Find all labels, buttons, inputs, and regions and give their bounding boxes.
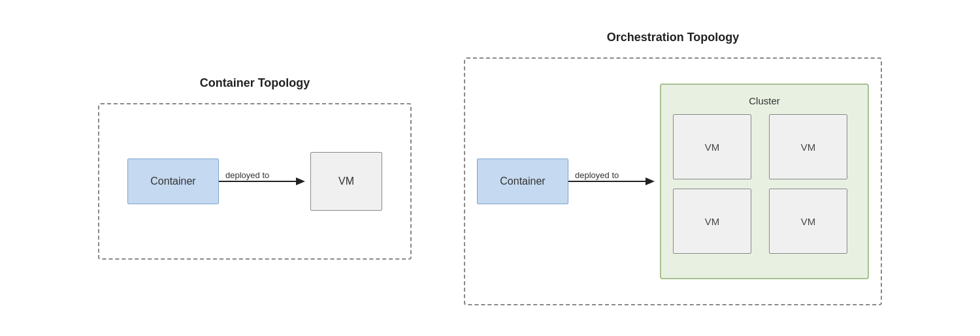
orchestration-container-node: Container (477, 159, 568, 204)
cluster-box: Cluster VM VM VM VM (660, 84, 869, 279)
svg-marker-1 (296, 177, 305, 185)
orchestration-arrow-svg: deployed to (568, 168, 660, 194)
orchestration-container-node-label: Container (500, 176, 545, 187)
container-node-label: Container (150, 176, 195, 187)
diagrams-container: Container Topology Container deployed to (0, 18, 980, 318)
cluster-vm-1: VM (673, 114, 751, 179)
arrow-line: deployed to (219, 168, 310, 194)
vm-node: VM (310, 152, 382, 211)
container-topology-title: Container Topology (200, 76, 310, 90)
cluster-vm-1-label: VM (705, 142, 720, 153)
cluster-vm-3-label: VM (705, 216, 720, 227)
cluster-vm-3: VM (673, 189, 751, 254)
vm-node-label: VM (338, 176, 354, 187)
arrow-svg: deployed to (219, 168, 310, 194)
cluster-vm-2-label: VM (801, 142, 816, 153)
container-topology-diagram: Container Topology Container deployed to (98, 76, 412, 260)
cluster-title: Cluster (673, 95, 856, 106)
cluster-vm-4-label: VM (801, 216, 816, 227)
svg-text:deployed to: deployed to (575, 170, 619, 180)
vm-grid: VM VM VM VM (673, 114, 856, 254)
orchestration-topology-dashed-box: Container deployed to Cluster VM (464, 57, 882, 305)
cluster-vm-2: VM (769, 114, 847, 179)
container-topology-row: Container deployed to VM (127, 152, 382, 211)
container-node: Container (127, 159, 219, 204)
container-topology-dashed-box: Container deployed to VM (98, 103, 412, 260)
orchestration-topology-diagram: Orchestration Topology Container deploye… (464, 31, 882, 305)
cluster-vm-4: VM (769, 189, 847, 254)
orchestration-topology-title: Orchestration Topology (607, 31, 740, 44)
orchestration-topology-row: Container deployed to Cluster VM (477, 84, 869, 279)
svg-marker-4 (645, 177, 655, 185)
svg-text:deployed to: deployed to (225, 170, 269, 180)
orchestration-arrow-line: deployed to (568, 168, 660, 194)
